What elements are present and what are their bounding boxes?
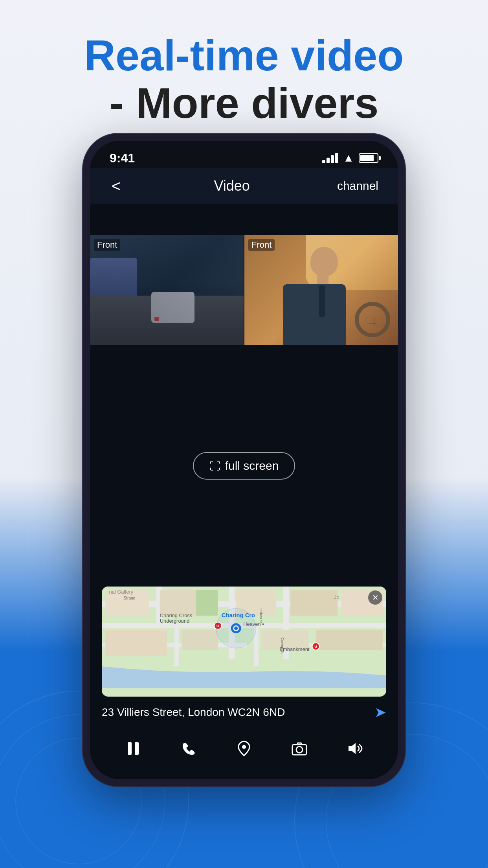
phone-button[interactable] (175, 735, 202, 762)
svg-text:Jo: Jo (334, 594, 339, 600)
svg-rect-39 (128, 742, 132, 755)
thumb-front-label: Front (94, 239, 120, 251)
svg-rect-9 (174, 623, 179, 666)
svg-rect-40 (135, 742, 139, 755)
pause-button[interactable] (119, 735, 147, 762)
title-line1: Real-time video (0, 31, 488, 79)
nav-bar: < Video channel (90, 168, 398, 204)
video-thumbs-row: Front (90, 235, 398, 345)
channel-button[interactable]: channel (337, 179, 378, 193)
phone-outer: 9:41 ▲ < Video ch (83, 134, 405, 786)
location-button[interactable] (230, 735, 258, 762)
svg-text:Embankment: Embankment (279, 646, 309, 652)
svg-rect-17 (182, 630, 218, 650)
location-bar: 23 Villiers Street, London WC2N 6ND ➤ (90, 697, 398, 728)
svg-rect-19 (316, 630, 383, 650)
svg-point-43 (296, 747, 303, 753)
svg-rect-20 (196, 590, 218, 616)
map-section: ✕ (102, 587, 386, 697)
location-address: 23 Villiers Street, London WC2N 6ND (102, 706, 374, 719)
svg-text:nal Gallery: nal Gallery (109, 589, 133, 595)
video-thumb-interior[interactable]: Front (244, 235, 398, 345)
dark-middle: ⛶ full screen (90, 345, 398, 587)
signal-icon (322, 153, 338, 163)
video-content: Front (90, 204, 398, 779)
battery-icon (359, 153, 378, 163)
bottom-controls (90, 728, 398, 779)
svg-text:Strand: Strand (123, 596, 135, 600)
phone-screen: 9:41 ▲ < Video ch (90, 141, 398, 779)
wifi-icon: ▲ (343, 152, 354, 164)
video-thumb-front[interactable]: Front (90, 235, 244, 345)
map-close-button[interactable]: ✕ (368, 590, 382, 605)
map-svg: Strand Villiers St Craven St U U (102, 587, 386, 688)
svg-text:U: U (314, 645, 317, 649)
status-icons: ▲ (322, 152, 378, 164)
interior-scene (244, 235, 398, 345)
phone-wrapper: 9:41 ▲ < Video ch (83, 134, 405, 786)
video-top-space (90, 204, 398, 235)
back-button[interactable]: < (110, 175, 127, 197)
svg-text:Charing Cross: Charing Cross (160, 612, 193, 618)
navigate-icon[interactable]: ➤ (374, 704, 386, 721)
status-time: 9:41 (110, 151, 135, 166)
svg-text:Underground: Underground (160, 618, 189, 624)
camera-button[interactable] (286, 735, 313, 762)
status-bar: 9:41 ▲ (90, 141, 398, 168)
street-scene (90, 235, 244, 345)
thumb-interior-label: Front (248, 239, 275, 251)
nav-title: Video (127, 178, 337, 194)
svg-rect-14 (290, 590, 338, 616)
svg-point-37 (216, 608, 256, 648)
title-line2: - More divers (0, 79, 488, 127)
svg-point-41 (242, 745, 246, 749)
fullscreen-button[interactable]: ⛶ full screen (193, 452, 295, 480)
volume-button[interactable] (341, 735, 369, 762)
fullscreen-icon: ⛶ (209, 460, 220, 473)
svg-rect-16 (105, 630, 167, 656)
fullscreen-label: full screen (225, 459, 279, 473)
